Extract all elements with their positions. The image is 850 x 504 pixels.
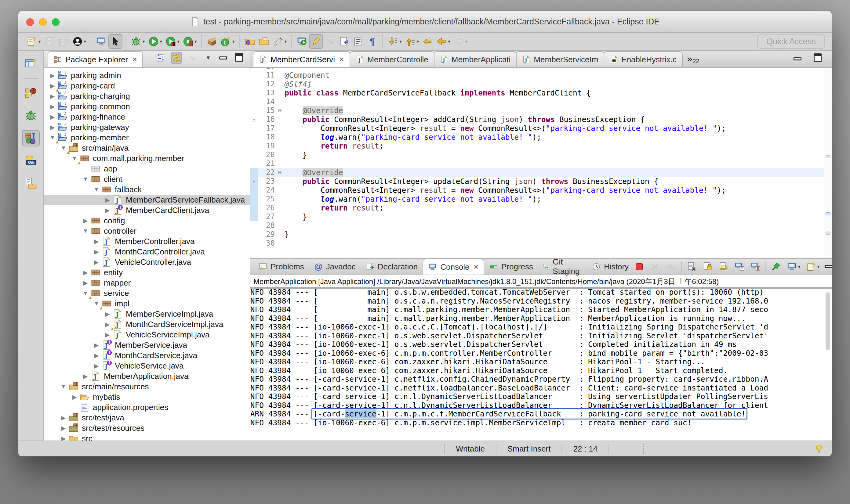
console-log[interactable]: INFO 43984 --- [ main] o.s.b.w.embedded.…: [250, 287, 832, 440]
maximize-button[interactable]: [812, 52, 826, 66]
chevron-collapsed-icon[interactable]: ▶: [103, 197, 112, 203]
mark-occurrences-button[interactable]: [309, 34, 323, 49]
last-edit-location-button[interactable]: [420, 34, 434, 49]
overview-marker[interactable]: [826, 212, 831, 215]
lightbulb-icon[interactable]: [814, 444, 824, 454]
save-button[interactable]: [42, 34, 56, 49]
scroll-lock-button[interactable]: [702, 260, 713, 273]
terminate-button[interactable]: [634, 260, 645, 273]
open-type-button[interactable]: [243, 34, 257, 49]
tree-item-entity[interactable]: ▶entity: [44, 267, 250, 277]
editor-tab-membercontrolle[interactable]: JMemberControlle: [350, 51, 434, 67]
account-button[interactable]: ▾: [71, 34, 88, 49]
run-last-tool-button[interactable]: [295, 34, 309, 49]
view-tab-console[interactable]: Console×: [422, 259, 484, 274]
show-stderr-button[interactable]: [749, 260, 761, 273]
tree-item-vehicleserviceimpl-java[interactable]: ▶JVehicleServiceImpl.java: [44, 329, 250, 340]
chevron-collapsed-icon[interactable]: ▶: [81, 269, 90, 276]
forward-button[interactable]: ▾: [452, 34, 469, 49]
outline-list-button[interactable]: [351, 34, 365, 49]
inactive-dots-button[interactable]: [323, 34, 337, 49]
open-perspective-button[interactable]: [22, 55, 40, 72]
tree-item-fallback[interactable]: ▼fallback: [44, 184, 250, 195]
editor-tab-memberapplicati[interactable]: JMemberApplicati: [434, 51, 517, 67]
chevron-collapsed-icon[interactable]: ▶: [48, 93, 57, 100]
tree-item-service[interactable]: ▼service: [44, 288, 250, 299]
tree-item-src-test-resources[interactable]: ▶src/test/resources: [44, 423, 250, 433]
maximize-button[interactable]: [235, 52, 245, 64]
tree-item-config[interactable]: ▶config: [44, 215, 250, 226]
chevron-collapsed-icon[interactable]: ▶: [103, 331, 112, 338]
view-tab-javadoc[interactable]: @Javadoc: [309, 259, 361, 274]
close-icon[interactable]: ×: [339, 55, 344, 64]
chevron-collapsed-icon[interactable]: ▶: [92, 342, 101, 349]
view-tab-progress[interactable]: Progress: [484, 259, 538, 274]
chevron-collapsed-icon[interactable]: ▶: [48, 72, 57, 79]
close-icon[interactable]: ×: [132, 55, 137, 64]
chevron-expanded-icon[interactable]: ▼: [81, 176, 90, 182]
close-button[interactable]: [26, 18, 34, 26]
tree-item-parking-admin[interactable]: ▶MJparking-admin: [44, 70, 250, 80]
tree-item-parking-finance[interactable]: ▶MJparking-finance: [44, 112, 250, 122]
minimize-button[interactable]: [219, 52, 230, 64]
chevron-collapsed-icon[interactable]: ▶: [81, 217, 90, 224]
drag-handle[interactable]: [643, 444, 644, 454]
fold-collapse-icon[interactable]: ⊖: [275, 168, 284, 177]
quick-access-button[interactable]: Quick Access: [757, 35, 825, 49]
tree-item-monthcardcontroller-java[interactable]: ▶JMonthCardController.java: [44, 247, 250, 257]
chevron-collapsed-icon[interactable]: ▶: [59, 435, 68, 441]
chevron-collapsed-icon[interactable]: ▶: [48, 113, 57, 121]
tree-item-memberservice-java[interactable]: ▶JIMemberService.java: [44, 340, 250, 350]
tree-item-parking-common[interactable]: ▶MJparking-common: [44, 101, 250, 112]
tree-item-application-properties[interactable]: application.properties: [44, 402, 250, 413]
import-button[interactable]: [257, 34, 271, 49]
open-task-button[interactable]: [337, 34, 351, 49]
tree-item-parking-charging[interactable]: ▶MJparking-charging: [44, 91, 250, 101]
view-tab-git-staging[interactable]: Git Staging: [538, 259, 587, 274]
tree-item-src[interactable]: ▶src: [44, 433, 250, 440]
titlebar[interactable]: test - parking-member/src/main/java/com/…: [18, 11, 832, 33]
debug-button[interactable]: ▾: [129, 34, 146, 49]
next-annotation-button[interactable]: ▾: [386, 34, 403, 49]
editor-tab-membercardservi[interactable]: JMemberCardServi×: [253, 51, 350, 67]
profile-button[interactable]: ▾: [181, 34, 198, 49]
link-with-editor-button[interactable]: [171, 52, 182, 64]
collapse-all-button[interactable]: [155, 52, 166, 64]
chevron-collapsed-icon[interactable]: ▶: [70, 394, 79, 400]
search-button[interactable]: ▾: [271, 34, 289, 49]
chevron-collapsed-icon[interactable]: ▶: [59, 414, 68, 421]
minimize-button[interactable]: [39, 18, 47, 26]
editor-tab-memberserviceim[interactable]: JMemberServiceIm: [516, 51, 604, 67]
open-console-button[interactable]: ▾: [805, 260, 820, 273]
tree-item-monthcardserviceimpl-java[interactable]: ▶JMonthCardServiceImpl.java: [44, 319, 250, 329]
chevron-expanded-icon[interactable]: ▼: [81, 228, 90, 234]
minimize-button[interactable]: [825, 260, 832, 273]
overview-marker[interactable]: [826, 232, 831, 235]
tree-item-memberserviceimpl-java[interactable]: ▶JMemberServiceImpl.java: [44, 309, 250, 319]
selection-tool-button[interactable]: [108, 34, 122, 49]
remove-all-launches-button[interactable]: [665, 260, 677, 273]
console-scrollbar[interactable]: [826, 292, 830, 350]
tree-item-src-test-java[interactable]: ▶src/test/java: [44, 413, 250, 423]
code-editor[interactable]: 1011@Component12@Slf4j13public class Mem…: [250, 68, 832, 259]
chevron-collapsed-icon[interactable]: ▶: [59, 425, 68, 432]
coverage-button[interactable]: ▾: [164, 34, 181, 49]
view-tab-declaration[interactable]: Declaration: [361, 259, 423, 274]
chevron-expanded-icon[interactable]: ▼: [59, 383, 68, 390]
view-tab-problems[interactable]: Problems: [254, 259, 309, 274]
previous-annotation-button[interactable]: ▾: [403, 34, 421, 49]
chevron-collapsed-icon[interactable]: ▶: [103, 310, 112, 318]
new-java-class-button[interactable]: C▾: [219, 34, 236, 49]
chevron-collapsed-icon[interactable]: ▶: [81, 373, 90, 380]
tree-item-controller[interactable]: ▼controller: [44, 226, 250, 236]
tree-item-com-mall-parking-member[interactable]: ▼com.mall.parking.member: [44, 153, 250, 163]
fold-collapse-icon[interactable]: ⊖: [275, 106, 284, 115]
show-whitespace-button[interactable]: ¶: [365, 34, 379, 49]
chevron-collapsed-icon[interactable]: ▶: [92, 259, 101, 266]
team-sync-perspective-button[interactable]: [22, 85, 40, 101]
svn-perspective-button[interactable]: SVN: [22, 152, 40, 169]
editor-tab-enablehystrix-c[interactable]: 010EnableHystrix.c: [604, 51, 683, 67]
minimize-button[interactable]: [792, 52, 806, 66]
overview-marker[interactable]: [826, 155, 831, 158]
overview-ruler[interactable]: [824, 68, 832, 258]
